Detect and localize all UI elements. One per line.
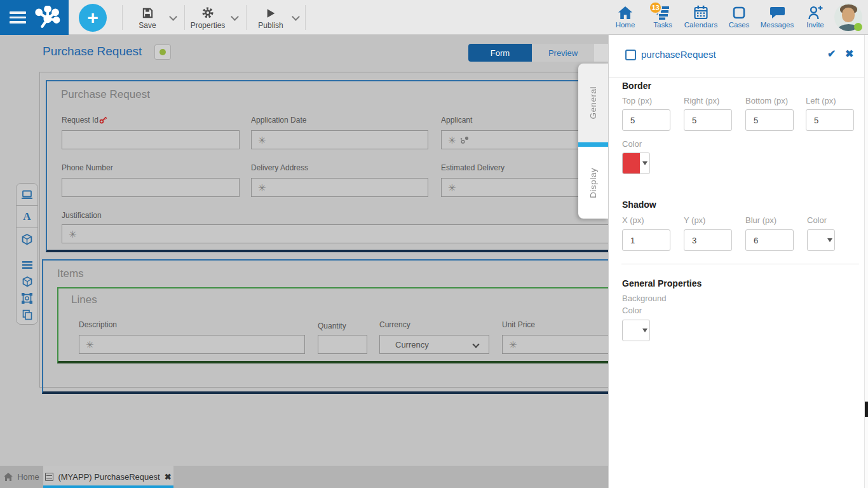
- request-id-input[interactable]: [62, 130, 240, 149]
- tab-display[interactable]: Display: [578, 147, 608, 219]
- form-document-icon: [45, 473, 53, 481]
- scrollbar-thumb[interactable]: [865, 402, 868, 417]
- close-tab-icon[interactable]: ✖: [165, 472, 172, 482]
- background-color-label: Color: [622, 306, 642, 315]
- required-asterisk-icon: ✳: [258, 183, 266, 193]
- delivery-address-input[interactable]: ✳: [251, 178, 428, 197]
- shadow-x-input[interactable]: [622, 229, 670, 251]
- home-icon: [618, 6, 633, 20]
- required-asterisk-icon: ✳: [86, 340, 94, 349]
- field-label-delivery-address: Delivery Address: [251, 163, 308, 172]
- laptop-icon: [21, 190, 33, 200]
- dropdown-arrow-icon: [642, 161, 648, 165]
- toolbox-list-button[interactable]: [17, 257, 37, 273]
- properties-dropdown-chevron-icon[interactable]: [232, 14, 238, 20]
- toolbox-select-button[interactable]: [17, 290, 37, 306]
- border-left-label: Left (px): [806, 96, 836, 105]
- background-color-dropdown[interactable]: [622, 320, 650, 341]
- tab-preview[interactable]: Preview: [532, 44, 594, 62]
- currency-select[interactable]: Currency: [379, 335, 489, 354]
- border-left-input[interactable]: [806, 109, 854, 131]
- bottom-tab-document[interactable]: (MYAPP) PurchaseRequest ✖: [43, 466, 173, 488]
- add-button[interactable]: +: [79, 4, 107, 32]
- group-title: Lines: [71, 294, 97, 306]
- application-date-input[interactable]: ✳: [251, 130, 428, 149]
- border-bottom-label: Bottom (px): [745, 96, 788, 105]
- save-dropdown-chevron-icon[interactable]: [170, 14, 176, 20]
- copy-icon: [22, 309, 32, 320]
- tab-form[interactable]: Form: [468, 44, 532, 62]
- required-asterisk-icon: ✳: [69, 229, 77, 239]
- border-section-heading: Border: [622, 81, 651, 91]
- divider: [609, 77, 865, 78]
- play-icon: [265, 8, 276, 19]
- bottom-tab-home[interactable]: Home: [0, 466, 43, 488]
- toolbox-data-button[interactable]: [17, 228, 37, 250]
- shadow-blur-input[interactable]: [745, 229, 794, 251]
- properties-panel: purchaseRequest ✔ ✖ Border Top (px) Righ…: [608, 35, 868, 488]
- apply-check-icon[interactable]: ✔: [827, 48, 836, 60]
- shadow-section-heading: Shadow: [622, 200, 656, 210]
- border-color-dropdown[interactable]: [622, 152, 650, 174]
- publish-button[interactable]: Publish: [251, 4, 290, 30]
- element-checkbox[interactable]: [625, 50, 636, 60]
- save-icon: [142, 7, 154, 19]
- cases-icon: [732, 6, 746, 20]
- toolbox-text-button[interactable]: A: [17, 206, 37, 228]
- nav-invite[interactable]: Invite: [797, 4, 834, 29]
- field-label-applicant: Applicant: [441, 116, 472, 125]
- border-right-label: Right (px): [684, 96, 719, 105]
- save-button[interactable]: Save: [128, 4, 167, 30]
- list-icon: [22, 261, 32, 269]
- selected-element-name: purchaseRequest: [641, 49, 716, 60]
- dropdown-arrow-icon: [827, 238, 832, 242]
- properties-button[interactable]: Properties: [188, 4, 227, 30]
- status-green-dot-icon: [159, 49, 166, 55]
- nav-calendars[interactable]: Calendars: [682, 4, 719, 29]
- quantity-input[interactable]: [318, 335, 367, 354]
- border-bottom-input[interactable]: [745, 109, 794, 131]
- toolbox-object-button[interactable]: [17, 273, 37, 290]
- phone-number-input[interactable]: [62, 178, 240, 197]
- required-key-icon: [99, 116, 107, 124]
- shadow-x-label: X (px): [622, 215, 644, 225]
- panel-scrollbar[interactable]: [864, 35, 868, 488]
- shadow-color-dropdown[interactable]: [807, 229, 835, 251]
- entity-relation-icon: [460, 136, 469, 144]
- empty-color-swatch: [808, 230, 825, 250]
- nav-cases[interactable]: Cases: [721, 4, 757, 29]
- nav-home[interactable]: Home: [607, 4, 644, 29]
- background-label: Background: [622, 294, 666, 303]
- border-right-input[interactable]: [684, 109, 732, 131]
- form-status-button[interactable]: [154, 44, 171, 60]
- tab-general[interactable]: General: [578, 64, 608, 142]
- speech-bubble-icon: [770, 6, 785, 20]
- nav-messages[interactable]: Messages: [759, 4, 796, 29]
- panel-side-tabs: General Display: [578, 64, 608, 219]
- tasks-badge: 13: [649, 1, 662, 14]
- general-properties-heading: General Properties: [622, 278, 702, 288]
- field-label-quantity: Quantity: [318, 322, 346, 330]
- hamburger-menu-icon[interactable]: [10, 9, 26, 26]
- group-title: Purchase Request: [61, 88, 150, 101]
- field-label-currency: Currency: [379, 320, 410, 329]
- toolbar-separator: [184, 5, 185, 30]
- required-asterisk-icon: ✳: [448, 183, 456, 193]
- bizagi-logo-icon[interactable]: [34, 6, 61, 30]
- publish-dropdown-chevron-icon[interactable]: [293, 14, 299, 20]
- field-label-phone-number: Phone Number: [62, 163, 113, 172]
- border-color-label: Color: [622, 139, 642, 149]
- close-panel-icon[interactable]: ✖: [845, 48, 853, 60]
- border-top-input[interactable]: [622, 109, 670, 131]
- description-input[interactable]: ✳: [79, 335, 305, 354]
- shadow-y-input[interactable]: [684, 229, 732, 251]
- online-status-dot: [854, 23, 862, 31]
- calendar-icon: [693, 5, 709, 20]
- required-asterisk-icon: ✳: [258, 135, 266, 145]
- toolbox-copy-button[interactable]: [17, 306, 37, 323]
- field-label-estimated-delivery: Estimated Delivery: [441, 163, 505, 172]
- border-top-label: Top (px): [622, 96, 652, 105]
- toolbox-layout-button[interactable]: [17, 184, 37, 206]
- field-label-justification: Justification: [62, 211, 102, 220]
- invite-person-icon: [808, 5, 824, 20]
